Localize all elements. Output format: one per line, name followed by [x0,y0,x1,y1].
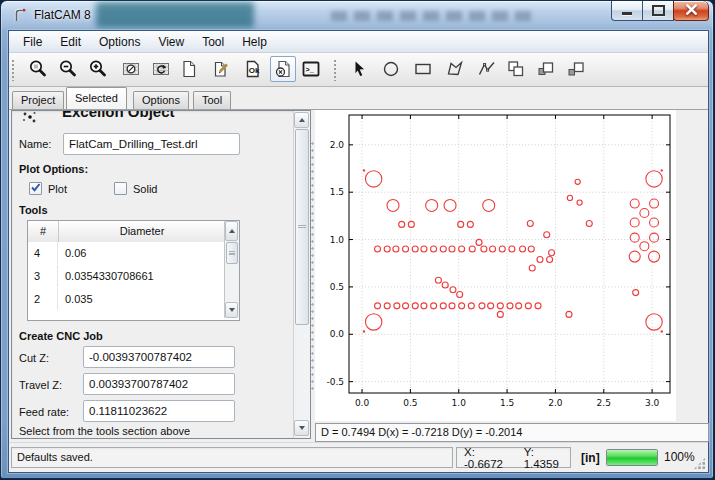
zoom-fit-button[interactable] [25,56,51,82]
circle-icon [381,59,401,79]
main-content: Excellon Object Name: FlatCam_Drilling_T… [9,110,708,440]
copy-objects-button[interactable] [503,56,529,82]
tab-tool[interactable]: Tool [193,91,231,109]
tab-project[interactable]: Project [12,91,64,109]
tab-selected[interactable]: Selected [66,87,127,109]
panel-title: Excellon Object [62,111,277,120]
thumb-grip [298,225,306,230]
tool-number: 4 [28,242,58,264]
aero-glass-blur-text [331,11,536,21]
scrollbar-thumb[interactable] [295,129,309,325]
cut-z-input[interactable]: -0.00393700787402 [83,346,235,368]
menu-help[interactable]: Help [233,32,276,52]
travel-z-label: Travel Z: [19,379,62,391]
scrollbar-thumb[interactable] [226,242,238,264]
menu-view[interactable]: View [149,32,193,52]
plot-checkbox[interactable] [29,182,42,195]
svg-text:2.0: 2.0 [548,398,563,408]
menu-tool[interactable]: Tool [193,32,233,52]
scroll-up-button[interactable] [294,112,309,128]
name-input[interactable]: FlatCam_Drilling_Test.drl [63,133,240,155]
svg-text:3.0: 3.0 [645,398,660,408]
draw-circle-button[interactable] [378,56,404,82]
svg-text:0.0: 0.0 [330,329,345,339]
close-button[interactable] [673,1,709,21]
replot-icon [151,59,171,79]
command-shell-button[interactable]: >_ [298,56,324,82]
maximize-icon [652,5,665,16]
name-label: Name: [19,138,51,150]
svg-text:-0.5: -0.5 [326,377,344,387]
scroll-down-button[interactable] [225,302,238,318]
travel-z-input[interactable]: 0.00393700787402 [83,373,235,395]
maximize-button[interactable] [642,1,674,21]
svg-text:1.0: 1.0 [330,235,345,245]
svg-text:>_: >_ [306,66,315,74]
svg-text:0.0: 0.0 [355,398,370,408]
arrow-down-icon [299,426,305,430]
zoom-out-icon [58,59,78,79]
status-bar: Defaults saved. X: -0.6672 Y: 1.4359 [in… [9,442,708,472]
solid-checkbox-label[interactable]: Solid [133,183,157,195]
app-window: FlatCAM 8 File Edit Options View Tool He… [0,0,714,479]
toolbar-grip[interactable] [11,59,15,81]
flatcam-logo-icon [11,7,28,24]
draw-polygon-button[interactable] [442,56,468,82]
window-controls [611,1,709,21]
replot-button[interactable] [148,56,174,82]
polyline-icon [477,59,497,79]
svg-text:1.0: 1.0 [452,398,467,408]
tool-number: 3 [28,265,58,287]
thumb-grip [229,251,235,256]
table-row[interactable]: 3 0.0354330708661 [28,265,225,289]
col-header-number[interactable]: # [28,221,59,242]
titlebar[interactable]: FlatCAM 8 [1,1,713,30]
tool-number: 2 [28,288,58,310]
client-area: File Edit Options View Tool Help [8,30,709,473]
draw-polyline-button[interactable] [474,56,500,82]
pointer-tool-button[interactable] [348,56,374,82]
panel-scrollbar[interactable] [293,111,310,438]
copy-excellon-button[interactable] [563,56,589,82]
draw-rectangle-button[interactable] [410,56,436,82]
cnc-section-title: Create CNC Job [19,330,103,342]
tool-diameter: 0.06 [59,242,225,264]
toolbar-grip[interactable] [333,59,337,81]
svg-text:0.5: 0.5 [330,282,344,292]
table-row[interactable]: 2 0.035 [28,288,225,312]
close-icon [686,4,697,15]
coord-y: Y: 1.4359 [524,446,570,470]
table-row[interactable]: 4 0.06 [28,242,225,266]
scroll-down-button[interactable] [294,420,309,436]
menu-file[interactable]: File [14,32,51,52]
table-scrollbar[interactable] [224,221,239,318]
edit-object-button[interactable] [208,56,234,82]
col-header-diameter[interactable]: Diameter [59,221,225,242]
menu-edit[interactable]: Edit [51,32,90,52]
svg-text:2.5: 2.5 [597,398,611,408]
copy-geometry-button[interactable] [533,56,559,82]
zoom-in-button[interactable] [85,56,111,82]
ok-document-icon: Ok [243,59,263,79]
progress-fill [607,450,657,465]
edit-document-icon [211,59,231,79]
desktop: FlatCAM 8 File Edit Options View Tool He… [0,0,715,480]
cut-z-label: Cut Z: [19,352,49,364]
cursor-coordinates: X: -0.6672 Y: 1.4359 [456,447,571,468]
clear-plot-button[interactable] [118,56,144,82]
plot-canvas[interactable]: 0.00.51.01.52.02.53.0-0.50.00.51.01.52.0 [315,110,676,421]
new-project-button[interactable] [176,56,202,82]
selected-object-panel: Excellon Object Name: FlatCam_Drilling_T… [11,110,311,439]
accept-object-button[interactable]: Ok [240,56,266,82]
zoom-out-button[interactable] [55,56,81,82]
minimize-button[interactable] [611,1,643,21]
feed-rate-input[interactable]: 0.11811023622 [83,400,235,422]
plot-checkbox-label[interactable]: Plot [48,183,67,195]
solid-checkbox[interactable] [114,182,127,195]
svg-text:Ok: Ok [249,66,260,75]
menu-options[interactable]: Options [90,32,149,52]
splitter-grip [311,140,314,390]
delete-object-button[interactable] [270,56,296,82]
scroll-up-button[interactable] [225,221,238,241]
tab-options[interactable]: Options [133,91,189,109]
